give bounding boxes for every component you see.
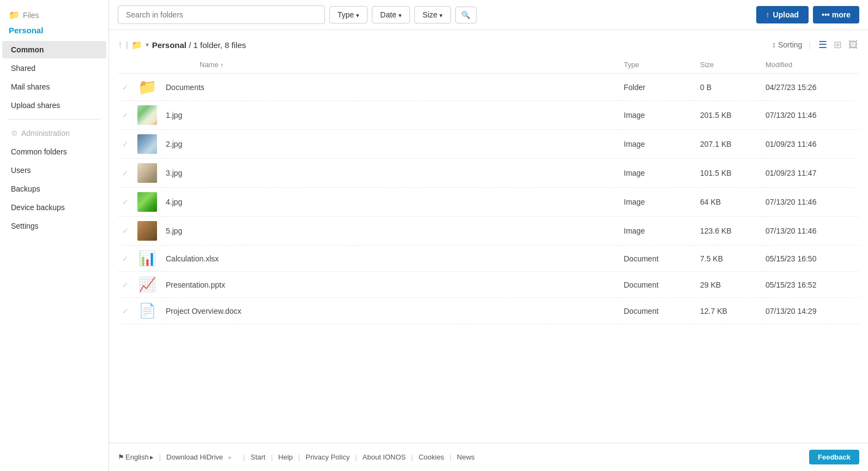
upload-button[interactable]: ↑ Upload xyxy=(756,6,809,23)
footer-link-start[interactable]: Start xyxy=(250,453,265,461)
size-chevron-icon xyxy=(439,10,443,19)
gallery-view-button[interactable]: 🖼 xyxy=(847,38,859,52)
sidebar-item-backups[interactable]: Backups xyxy=(2,180,106,198)
sidebar-item-administration: ⚙ Administration xyxy=(2,124,106,142)
file-modified: 05/15/23 16:52 xyxy=(761,272,859,298)
file-modified: 01/09/23 11:46 xyxy=(761,130,859,159)
image-thumbnail xyxy=(137,192,157,212)
row-checkbox[interactable]: ✓ xyxy=(118,159,133,188)
file-size: 64 KB xyxy=(696,188,761,217)
table-row[interactable]: ✓ 1.jpg Image 201.5 KB 07/13/20 11:46 xyxy=(118,101,859,130)
pptx-icon: 📈 xyxy=(138,276,156,293)
file-name[interactable]: Presentation.pptx xyxy=(161,272,619,298)
gear-icon: ⚙ xyxy=(11,129,18,138)
topbar: Type Date Size 🔍 ↑ Upload ••• more xyxy=(109,0,868,30)
sidebar-files-section: 📁 Files xyxy=(0,5,108,23)
name-column-header[interactable]: Name xyxy=(200,61,219,69)
file-type: Folder xyxy=(619,74,696,101)
sidebar-item-settings[interactable]: Settings xyxy=(2,217,106,235)
file-name[interactable]: 4.jpg xyxy=(161,188,619,217)
row-checkbox[interactable]: ✓ xyxy=(118,74,133,101)
size-column-header[interactable]: Size xyxy=(696,56,761,74)
file-name[interactable]: Documents xyxy=(161,74,619,101)
file-modified: 07/13/20 11:46 xyxy=(761,217,859,246)
more-button[interactable]: ••• more xyxy=(813,6,859,23)
breadcrumb: ↑ | 📁 ▾ Personal / 1 folder, 8 files ↕ S… xyxy=(118,30,859,56)
modified-column-header[interactable]: Modified xyxy=(761,56,859,74)
row-checkbox[interactable]: ✓ xyxy=(118,246,133,272)
file-name[interactable]: Calculation.xlsx xyxy=(161,246,619,272)
date-filter-button[interactable]: Date xyxy=(372,6,410,23)
file-size: 29 KB xyxy=(696,272,761,298)
sidebar-item-mail-shares[interactable]: Mail shares xyxy=(2,78,106,96)
type-filter-button[interactable]: Type xyxy=(329,6,367,23)
file-size: 101.5 KB xyxy=(696,159,761,188)
file-name[interactable]: 5.jpg xyxy=(161,217,619,246)
table-row[interactable]: ✓ 📁 Documents Folder 0 B 04/27/23 15:26 xyxy=(118,74,859,101)
flag-icon: ⚑ xyxy=(118,453,124,461)
folder-icon: 📁 xyxy=(138,79,157,96)
footer-link-download-hidrive[interactable]: Download HiDrive xyxy=(166,453,223,461)
name-sort-icon xyxy=(220,61,224,69)
table-row[interactable]: ✓ 3.jpg Image 101.5 KB 01/09/23 11:47 xyxy=(118,159,859,188)
sidebar-item-device-backups[interactable]: Device backups xyxy=(2,199,106,216)
file-icon-cell xyxy=(133,159,161,188)
language-selector[interactable]: ⚑ English ▸ xyxy=(118,453,154,461)
footer-link-cookies[interactable]: Cookies xyxy=(419,453,444,461)
table-row[interactable]: ✓ 📈 Presentation.pptx Document 29 KB 05/… xyxy=(118,272,859,298)
breadcrumb-folder-icon[interactable]: 📁 xyxy=(131,40,142,50)
file-type: Document xyxy=(619,246,696,272)
row-checkbox[interactable]: ✓ xyxy=(118,188,133,217)
row-checkbox[interactable]: ✓ xyxy=(118,217,133,246)
file-size: 123.6 KB xyxy=(696,217,761,246)
row-checkbox[interactable]: ✓ xyxy=(118,272,133,298)
sidebar-item-upload-shares[interactable]: Upload shares xyxy=(2,97,106,114)
file-name[interactable]: 2.jpg xyxy=(161,130,619,159)
table-row[interactable]: ✓ 5.jpg Image 123.6 KB 07/13/20 11:46 xyxy=(118,217,859,246)
sidebar-item-common[interactable]: Common xyxy=(2,41,106,58)
table-row[interactable]: ✓ 📊 Calculation.xlsx Document 7.5 KB 05/… xyxy=(118,246,859,272)
file-icon-cell xyxy=(133,188,161,217)
search-input[interactable] xyxy=(118,5,325,24)
file-type: Document xyxy=(619,298,696,324)
feedback-button[interactable]: Feedback xyxy=(809,450,859,464)
file-type: Document xyxy=(619,272,696,298)
type-column-header[interactable]: Type xyxy=(619,56,696,74)
file-size: 12.7 KB xyxy=(696,298,761,324)
breadcrumb-path: Personal / 1 folder, 8 files xyxy=(152,40,246,50)
list-view-button[interactable]: ☰ xyxy=(817,38,828,52)
size-filter-button[interactable]: Size xyxy=(414,6,451,23)
table-row[interactable]: ✓ 4.jpg Image 64 KB 07/13/20 11:46 xyxy=(118,188,859,217)
file-modified: 07/13/20 14:29 xyxy=(761,298,859,324)
table-row[interactable]: ✓ 📄 Project Overview.docx Document 12.7 … xyxy=(118,298,859,324)
sorting-button[interactable]: ↕ Sorting xyxy=(772,40,802,49)
image-thumbnail xyxy=(137,105,157,125)
footer-link-privacy[interactable]: Privacy Policy xyxy=(305,453,349,461)
sidebar-item-shared[interactable]: Shared xyxy=(2,59,106,77)
breadcrumb-caret-icon[interactable]: ▾ xyxy=(146,41,149,49)
file-name[interactable]: 1.jpg xyxy=(161,101,619,130)
date-chevron-icon xyxy=(399,10,402,19)
up-icon[interactable]: ↑ xyxy=(118,39,123,51)
sidebar-item-users[interactable]: Users xyxy=(2,162,106,179)
file-icon-cell: 📈 xyxy=(133,272,161,298)
row-checkbox[interactable]: ✓ xyxy=(118,101,133,130)
file-name[interactable]: 3.jpg xyxy=(161,159,619,188)
image-thumbnail xyxy=(137,163,157,183)
table-row[interactable]: ✓ 2.jpg Image 207.1 KB 01/09/23 11:46 xyxy=(118,130,859,159)
row-checkbox[interactable]: ✓ xyxy=(118,130,133,159)
sidebar-item-common-folders[interactable]: Common folders xyxy=(2,143,106,160)
row-checkbox[interactable]: ✓ xyxy=(118,298,133,324)
footer-link-about[interactable]: About IONOS xyxy=(363,453,406,461)
more-dots-icon: ••• xyxy=(822,10,830,19)
file-name[interactable]: Project Overview.docx xyxy=(161,298,619,324)
upload-arrow-icon: ↑ xyxy=(766,10,770,19)
file-icon-cell xyxy=(133,217,161,246)
footer-link-news[interactable]: News xyxy=(457,453,475,461)
file-size: 0 B xyxy=(696,74,761,101)
grid-view-button[interactable]: ⊞ xyxy=(833,38,843,52)
search-button[interactable]: 🔍 xyxy=(455,7,477,23)
footer-link-help[interactable]: Help xyxy=(278,453,293,461)
file-type: Image xyxy=(619,188,696,217)
sidebar-personal[interactable]: Personal xyxy=(0,23,108,40)
